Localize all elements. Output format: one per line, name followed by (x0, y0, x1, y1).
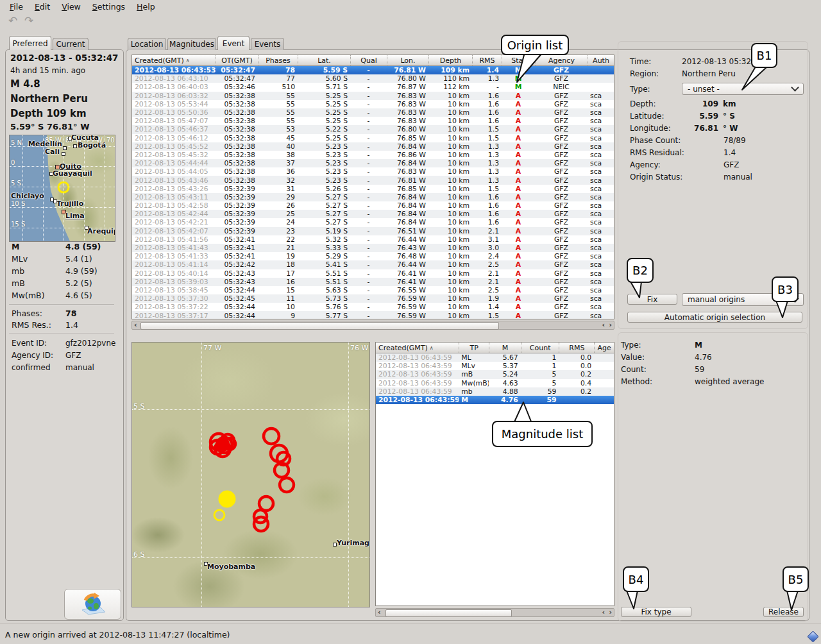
column-header-auth[interactable]: Auth (588, 55, 614, 65)
table-row[interactable]: 2012-08-13 05:42:2105:32:39245.27 S-76.8… (132, 218, 614, 226)
menu-settings[interactable]: Settings (87, 1, 131, 13)
column-header-otgmt[interactable]: OT(GMT) (216, 55, 258, 65)
origin-status-value: manual (724, 173, 752, 182)
table-row[interactable]: 2012-08-13 05:41:1405:32:42185.41 S-76.4… (132, 260, 614, 269)
origin-table[interactable]: Created(GMT)∧OT(GMT)PhasesLat.QualLon.De… (131, 55, 614, 319)
table-row[interactable]: 2012-08-13 05:50:3605:32:38555.25 S-76.8… (132, 108, 614, 117)
table-cell: GFZ (535, 278, 588, 286)
table-row[interactable]: 2012-08-13 06:43:59mb4.88590.2 (376, 387, 614, 396)
scrollbar-thumb[interactable] (385, 609, 512, 617)
redo-icon[interactable]: ↷ (24, 14, 33, 27)
column-header-age[interactable]: Age (594, 343, 614, 353)
menu-edit[interactable]: Edit (29, 1, 56, 13)
table-row[interactable]: 2012-08-13 05:43:2605:32:39315.26 S-76.8… (132, 185, 614, 193)
scrollbar-thumb[interactable] (140, 322, 499, 330)
table-cell: 1.5 (472, 185, 502, 193)
table-row[interactable]: 2012-08-13 05:40:1405:32:43175.51 S-76.4… (132, 269, 614, 278)
column-header-createdgmt[interactable]: Created(GMT)∧ (132, 55, 216, 65)
fix-button[interactable]: Fix (627, 294, 677, 305)
scroll-left-icon[interactable]: ‹ (134, 321, 137, 329)
undo-icon[interactable]: ↶ (8, 14, 17, 27)
table-row[interactable]: 2012-08-13 06:43:59ML5.6710.0 (376, 353, 614, 362)
chevron-down-icon (791, 83, 799, 92)
origin-type-dropdown[interactable]: - unset - (682, 83, 804, 95)
scroll-left-icon[interactable]: ‹ (602, 609, 605, 616)
table-row[interactable]: 2012-08-13 06:43:59M4.7659 (376, 396, 614, 404)
tab-location[interactable]: Location (128, 38, 166, 50)
table-row[interactable]: 2012-08-13 05:42:4405:32:39255.27 S-76.8… (132, 210, 614, 218)
table-row[interactable]: 2012-08-13 05:37:3005:32:45115.73 S-76.5… (132, 294, 614, 303)
mag-summary-type: mb (12, 266, 24, 276)
column-header-agency[interactable]: Agency (535, 55, 588, 65)
release-button[interactable]: Release (763, 607, 804, 617)
table-row[interactable]: 2012-08-13 06:43:59mB5.2450.2 (376, 370, 614, 378)
fix-type-button[interactable]: Fix type (621, 607, 691, 617)
table-row[interactable]: 2012-08-13 05:42:0705:32:39235.19 S-76.5… (132, 227, 614, 235)
table-row[interactable]: 2012-08-13 05:41:3305:32:41195.29 S-76.4… (132, 252, 614, 260)
tab-magnitudes[interactable]: Magnitudes (167, 38, 216, 50)
show-map-button[interactable] (64, 589, 121, 620)
automatic-origin-selection-button[interactable]: Automatic origin selection (627, 312, 802, 323)
table-row[interactable]: 2012-08-13 05:46:1205:32:38455.25 S-76.8… (132, 134, 614, 142)
overview-map[interactable]: 85 W80 W75 W70 W5 N05 S10 S15 SCucutaMed… (9, 135, 115, 242)
table-row[interactable]: 2012-08-13 06:40:0305:32:465105.71 S-76.… (132, 83, 614, 91)
tab-events[interactable]: Events (251, 38, 284, 50)
table-cell: 29 (258, 193, 298, 201)
epicenter-circle (217, 439, 228, 450)
column-header-lon[interactable]: Lon. (387, 55, 428, 65)
column-header-lat[interactable]: Lat. (298, 55, 350, 65)
column-header-tp[interactable]: TP (459, 343, 489, 353)
tab-event[interactable]: Event (217, 36, 250, 50)
menu-help[interactable]: Help (131, 1, 161, 13)
table-cell: 112 km (428, 83, 472, 91)
table-row[interactable]: 2012-08-13 05:44:0505:32:38365.23 S-76.8… (132, 167, 614, 176)
scroll-left-icon[interactable]: ‹ (378, 609, 381, 616)
table-row[interactable]: 2012-08-13 06:43:59Mw(mB)4.6350.4 (376, 379, 614, 387)
table-row[interactable]: 2012-08-13 05:43:4605:32:38325.23 S-76.8… (132, 176, 614, 184)
column-header-rms[interactable]: RMS (472, 55, 502, 65)
table-cell: 1.6 (472, 201, 502, 210)
table-row[interactable]: 2012-08-13 05:38:4505:32:44155.63 S-76.5… (132, 286, 614, 294)
table-row[interactable]: 2012-08-13 06:43:59MLv5.3710.0 (376, 362, 614, 370)
table-row[interactable]: 2012-08-13 05:45:3205:32:38385.23 S-76.8… (132, 151, 614, 159)
grid-label: 6 S (133, 550, 144, 559)
scroll-right-icon[interactable]: › (609, 609, 612, 616)
scroll-left-icon[interactable]: ‹ (602, 321, 605, 329)
scroll-right-icon[interactable]: › (609, 321, 612, 329)
column-header-m[interactable]: M (489, 343, 521, 353)
table-row[interactable]: 2012-08-13 06:43:5305:32:47785.59 S-76.8… (132, 66, 614, 74)
menu-file[interactable]: File (4, 1, 29, 13)
column-header-qual[interactable]: Qual (350, 55, 387, 65)
table-row[interactable]: 2012-08-13 05:46:3705:32:38535.22 S-76.8… (132, 125, 614, 133)
table-row[interactable]: 2012-08-13 05:42:5805:32:39265.27 S-76.8… (132, 201, 614, 210)
table-row[interactable]: 2012-08-13 05:47:0705:32:38555.25 S-76.8… (132, 117, 614, 125)
table-row[interactable]: 2012-08-13 06:43:1005:32:47775.60 S-76.8… (132, 74, 614, 83)
column-header-count[interactable]: Count (521, 343, 559, 353)
table-row[interactable]: 2012-08-13 05:37:1705:32:4495.77 S-76.59… (132, 311, 614, 319)
column-header-depth[interactable]: Depth (428, 55, 472, 65)
table-row[interactable]: 2012-08-13 05:45:5205:32:38405.23 S-76.8… (132, 142, 614, 151)
menu-view[interactable]: View (56, 1, 87, 13)
tab-preferred[interactable]: Preferred (9, 36, 51, 50)
column-header-rms[interactable]: RMS (559, 343, 594, 353)
magnitude-table-hscrollbar[interactable]: ‹ ‹ › (375, 608, 614, 617)
table-cell: A (502, 210, 535, 218)
origin-table-hscrollbar[interactable]: ‹ ‹ › (131, 321, 614, 330)
column-header-createdgmt[interactable]: Created(GMT)∧ (376, 343, 459, 353)
magnitude-table[interactable]: Created(GMT)∧TPMCountRMSAge2012-08-13 06… (375, 342, 614, 606)
column-header-stat[interactable]: Stat (502, 55, 535, 65)
table-row[interactable]: 2012-08-13 05:37:2205:32:44105.76 S-76.5… (132, 303, 614, 311)
table-cell: 76.85 W (387, 185, 428, 193)
tab-current[interactable]: Current (53, 38, 89, 50)
table-row[interactable]: 2012-08-13 05:41:4305:32:41215.33 S-76.4… (132, 244, 614, 252)
table-header: Created(GMT)∧OT(GMT)PhasesLat.QualLon.De… (132, 55, 614, 66)
table-row[interactable]: 2012-08-13 05:44:4405:32:38375.23 S-76.8… (132, 159, 614, 167)
column-header-phases[interactable]: Phases (258, 55, 298, 65)
table-row[interactable]: 2012-08-13 05:43:1105:32:39295.27 S-76.8… (132, 193, 614, 201)
table-row[interactable]: 2012-08-13 05:41:5605:32:41225.32 S-76.4… (132, 235, 614, 244)
table-row[interactable]: 2012-08-13 06:03:3205:32:38555.25 S-76.8… (132, 92, 614, 100)
callout-b2: B2 (627, 258, 654, 283)
location-map[interactable]: 77 W76 W5 S6 SYurimaguasMoyobamba (131, 342, 370, 607)
table-row[interactable]: 2012-08-13 05:53:4405:32:38555.25 S-76.8… (132, 100, 614, 108)
table-row[interactable]: 2012-08-13 05:39:0305:32:43165.51 S-76.4… (132, 278, 614, 286)
